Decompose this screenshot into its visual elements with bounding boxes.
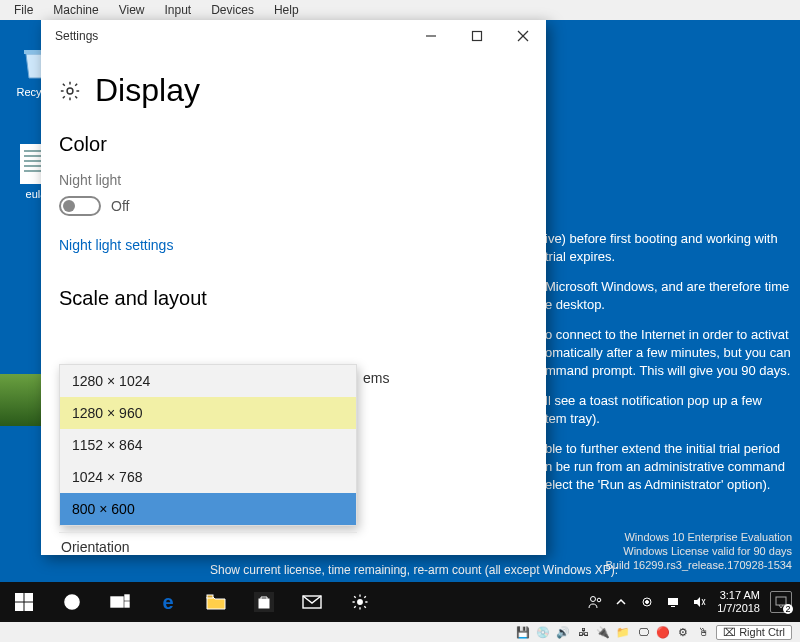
resolution-dropdown-list[interactable]: 1280 × 1024 1280 × 960 1152 × 864 1024 ×… [59,364,357,526]
store-button[interactable] [240,582,288,622]
system-tray[interactable]: 3:17 AM 1/7/2018 [579,589,800,615]
vbox-optical-icon[interactable]: 💿 [536,625,550,639]
taskbar-clock[interactable]: 3:17 AM 1/7/2018 [717,589,760,615]
resolution-option[interactable]: 1280 × 1024 [60,365,356,397]
vbox-host-key[interactable]: ⌧ Right Ctrl [716,625,792,640]
svg-rect-12 [125,602,129,607]
scale-layout-heading: Scale and layout [59,287,528,310]
svg-rect-10 [111,597,123,607]
svg-rect-25 [776,597,786,605]
selection-highlight [0,374,42,426]
people-icon[interactable] [587,594,603,610]
night-light-settings-link[interactable]: Night light settings [59,237,173,253]
close-button[interactable] [500,20,546,52]
maximize-button[interactable] [454,20,500,52]
vbox-menu-view[interactable]: View [109,3,155,17]
vbox-shared-folder-icon[interactable]: 📁 [616,625,630,639]
svg-rect-14 [259,599,269,608]
minimize-button[interactable] [408,20,454,52]
vbox-menu-help[interactable]: Help [264,3,309,17]
action-center-button[interactable] [770,591,792,613]
vbox-cpu-icon[interactable]: ⚙ [676,625,690,639]
vbox-recording-icon[interactable]: 🔴 [656,625,670,639]
background-text: ive) before first booting and working wi… [545,230,800,506]
vbox-display-icon[interactable]: 🖵 [636,625,650,639]
taskbar-time: 3:17 AM [720,589,760,602]
vbox-menubar[interactable]: File Machine View Input Devices Help [0,0,800,20]
vbox-usb-icon[interactable]: 🔌 [596,625,610,639]
settings-window: Settings Display Color Night light Off N… [41,20,546,555]
vbox-mouse-icon[interactable]: 🖱 [696,625,710,639]
windows-watermark: Windows 10 Enterprise Evaluation Windows… [605,530,792,572]
windows-taskbar[interactable]: e 3:17 AM 1/7/2018 [0,582,800,622]
svg-rect-7 [15,603,23,611]
tray-chevron-up-icon[interactable] [613,594,629,610]
gear-icon [59,80,81,102]
vbox-network-icon[interactable]: 🖧 [576,625,590,639]
svg-rect-11 [125,595,129,600]
settings-taskbar-button[interactable] [336,582,384,622]
svg-point-17 [591,597,596,602]
resolution-option[interactable]: 1024 × 768 [60,461,356,493]
svg-point-18 [597,598,601,602]
items-truncated-label: ems [363,370,389,386]
page-title: Display [95,72,200,109]
windows-desktop[interactable]: Recycle eula ive) before first booting a… [0,20,800,582]
resolution-option[interactable]: 1280 × 960 [60,397,356,429]
svg-rect-13 [207,595,213,598]
mail-button[interactable] [288,582,336,622]
resolution-option-selected[interactable]: 800 × 600 [60,493,356,525]
background-instruction-text: Show current license, time remaining, re… [210,563,618,577]
task-view-button[interactable] [96,582,144,622]
edge-icon: e [162,591,173,614]
night-light-toggle[interactable] [59,196,101,216]
edge-browser-button[interactable]: e [144,582,192,622]
file-explorer-button[interactable] [192,582,240,622]
taskbar-date: 1/7/2018 [717,602,760,615]
night-light-label: Night light [59,172,528,188]
svg-point-9 [65,595,79,609]
svg-rect-6 [25,593,33,601]
resolution-option[interactable]: 1152 × 864 [60,429,356,461]
svg-rect-8 [25,603,33,611]
start-button[interactable] [0,582,48,622]
volume-icon[interactable] [691,594,707,610]
svg-rect-1 [473,32,482,41]
svg-point-4 [67,88,73,94]
svg-point-16 [358,600,363,605]
settings-window-title: Settings [55,29,408,43]
vbox-menu-machine[interactable]: Machine [43,3,108,17]
vbox-statusbar[interactable]: 💾 💿 🔊 🖧 🔌 📁 🖵 🔴 ⚙ 🖱 ⌧ Right Ctrl [0,622,800,642]
store-icon [254,592,274,612]
cortana-button[interactable] [48,582,96,622]
orientation-label: Orientation [59,532,357,555]
vbox-menu-devices[interactable]: Devices [201,3,264,17]
svg-rect-22 [671,606,675,607]
settings-titlebar[interactable]: Settings [41,20,546,52]
svg-rect-21 [668,598,678,605]
vbox-menu-file[interactable]: File [4,3,43,17]
vbox-hdd-icon[interactable]: 💾 [516,625,530,639]
color-heading: Color [59,133,528,156]
network-icon[interactable] [665,594,681,610]
location-icon[interactable] [639,594,655,610]
svg-point-20 [646,601,649,604]
vbox-menu-input[interactable]: Input [155,3,202,17]
svg-rect-5 [15,593,23,601]
vbox-audio-icon[interactable]: 🔊 [556,625,570,639]
night-light-state: Off [111,198,129,214]
